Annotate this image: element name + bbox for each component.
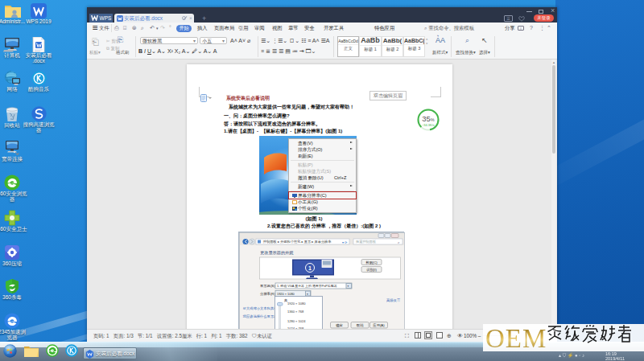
svg-text:高级设置: 高级设置 xyxy=(386,298,400,302)
svg-text:取消: 取消 xyxy=(357,323,364,327)
svg-text:▾: ▾ xyxy=(307,293,308,296)
svg-text:1: 1 xyxy=(308,265,312,271)
svg-text:1280 × 1024: 1280 × 1024 xyxy=(287,319,306,323)
svg-text:▾ ⟳: ▾ ⟳ xyxy=(342,240,348,244)
svg-text:控制面板 ▸ 外观和个性化 ▸ 显示 ▸ 屏幕分辨率: 控制面板 ▸ 外观和个性化 ▸ 显示 ▸ 屏幕分辨率 xyxy=(263,240,332,244)
svg-text:显示器(S):: 显示器(S): xyxy=(260,284,276,288)
svg-text:⌕: ⌕ xyxy=(398,240,400,244)
svg-text:1920 × 1080: 1920 × 1080 xyxy=(277,292,295,296)
svg-text:1920 × 1080: 1920 × 1080 xyxy=(287,302,306,306)
svg-text:更改显示器的外观: 更改显示器的外观 xyxy=(260,250,294,256)
svg-text:应用(A): 应用(A) xyxy=(373,323,385,327)
svg-text:确定: 确定 xyxy=(335,323,343,327)
svg-text:↑34.3K/s: ↑34.3K/s xyxy=(422,123,435,127)
svg-text:▾: ▾ xyxy=(348,285,349,288)
svg-text:分辨率(R):: 分辨率(R): xyxy=(260,292,276,296)
svg-text:1. 移动 VGA 显示器 上的 通用非PnP监视器: 1. 移动 VGA 显示器 上的 通用非PnP监视器 xyxy=(277,284,337,288)
svg-text:1360 × 768: 1360 × 768 xyxy=(287,310,304,314)
svg-text:搜索控制面板: 搜索控制面板 xyxy=(356,240,376,244)
